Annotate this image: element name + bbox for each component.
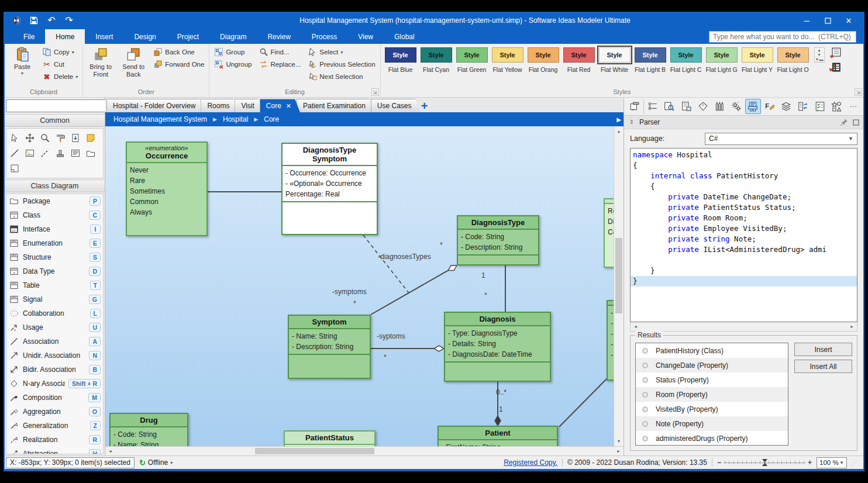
diagnosis-class[interactable]: Diagnosis- Type: DiagnosisType- Details:… bbox=[444, 312, 551, 382]
tool-select[interactable] bbox=[8, 131, 22, 145]
gallery-scroll-up[interactable]: ▲ bbox=[815, 48, 824, 53]
sidebar-item-unidir-association[interactable]: Unidir. AssociationN bbox=[6, 349, 103, 363]
previous-selection-button[interactable]: Previous Selection bbox=[305, 59, 377, 70]
patient-class[interactable]: Patient- FirstName: String bbox=[438, 426, 558, 446]
sidebar-item-composition[interactable]: CompositionM bbox=[6, 391, 103, 405]
panel-tool-crayons[interactable] bbox=[712, 99, 728, 114]
ungroup-button[interactable]: Ungroup bbox=[212, 59, 254, 70]
insert-all-button[interactable]: Insert All bbox=[794, 360, 852, 373]
tool-text[interactable] bbox=[68, 146, 82, 160]
code-horizontal-scrollbar[interactable]: ◄ ► bbox=[630, 322, 857, 332]
zoom-out-button[interactable]: − bbox=[717, 458, 721, 467]
scroll-down-arrow[interactable]: ▼ bbox=[614, 436, 624, 446]
clipped-class-right-bottom[interactable]: ----- bbox=[607, 300, 614, 381]
panel-tool-shapes[interactable] bbox=[829, 99, 845, 114]
diagram-tab-core[interactable]: Core✕ bbox=[260, 99, 300, 112]
forward-one-button[interactable]: Forward One bbox=[151, 59, 206, 70]
ribbon-tab-project[interactable]: Project bbox=[167, 29, 209, 44]
panel-tool-more[interactable]: ⋯ bbox=[846, 99, 862, 114]
tool-stamp[interactable] bbox=[53, 146, 67, 160]
scroll-left-arrow[interactable]: ◄ bbox=[105, 447, 115, 456]
panel-tool-find-element[interactable] bbox=[662, 99, 677, 114]
sidebar-item-data-type[interactable]: cData TypeD bbox=[6, 264, 103, 278]
sidebar-item-structure[interactable]: «e»StructureS bbox=[6, 250, 103, 264]
panel-tool-checklist[interactable] bbox=[812, 99, 828, 114]
drug-class[interactable]: Drug- Code: String- Name: String bbox=[109, 413, 188, 446]
tool-container[interactable] bbox=[84, 146, 98, 160]
ribbon-tab-file[interactable]: File bbox=[13, 29, 45, 44]
occurrence-enumeration[interactable]: «enumeration»OccurrenceNeverRareSometime… bbox=[126, 142, 208, 236]
panel-tool-float-panel[interactable] bbox=[626, 99, 644, 114]
ribbon-tab-review[interactable]: Review bbox=[257, 29, 301, 44]
diagram-canvas[interactable]: «enumeration»OccurrenceNeverRareSometime… bbox=[105, 126, 614, 446]
sidebar-item-bidir-association[interactable]: Bidir. AssociationB bbox=[6, 363, 103, 377]
parser-code-editor[interactable]: namespace Hospital{ internal class Patie… bbox=[630, 148, 857, 322]
canvas-vertical-scrollbar[interactable]: ▲ ▼ bbox=[614, 126, 624, 446]
style-flat-white[interactable]: StyleFlat White bbox=[598, 47, 631, 73]
result-row[interactable]: Room (Property) bbox=[636, 387, 788, 402]
scroll-up-arrow[interactable]: ▲ bbox=[614, 126, 624, 136]
close-tab-icon[interactable]: ✕ bbox=[286, 102, 291, 110]
tool-line[interactable] bbox=[8, 146, 22, 160]
tool-format-painter[interactable] bbox=[53, 131, 67, 145]
diagram-tab-use-cases[interactable]: Use Cases bbox=[371, 99, 421, 112]
result-row[interactable]: ChangeDate (Property) bbox=[636, 358, 788, 372]
close-button[interactable]: ✕ bbox=[839, 13, 859, 27]
ribbon-tab-insert[interactable]: Insert bbox=[85, 29, 123, 44]
panel-tool-format-pencil[interactable]: F bbox=[762, 99, 778, 114]
language-select[interactable]: C# ▼ bbox=[705, 133, 857, 145]
result-row[interactable]: PatientHistory (Class) bbox=[636, 343, 788, 358]
copy-button[interactable]: Copy▾ bbox=[40, 47, 80, 57]
ribbon-tab-view[interactable]: View bbox=[347, 29, 384, 44]
panel-maximize-icon[interactable] bbox=[852, 118, 860, 126]
symptom-class[interactable]: Symptom- Name: String- Description: Stri… bbox=[288, 315, 371, 379]
redo-icon[interactable]: ↷ bbox=[63, 15, 75, 26]
panel-tool-parser[interactable] bbox=[745, 99, 761, 114]
insert-button[interactable]: Insert bbox=[794, 343, 852, 356]
result-row[interactable]: Note (Property) bbox=[636, 416, 788, 431]
style-flat-light-b[interactable]: StyleFlat Light B bbox=[634, 47, 667, 73]
editing-dialog-launcher[interactable]: ⇲ bbox=[371, 88, 379, 96]
code-scroll-left[interactable]: ◄ bbox=[631, 322, 640, 331]
style-flat-blue[interactable]: StyleFlat Blue bbox=[384, 47, 417, 73]
sidebar-item-enumeration[interactable]: «e»EnumerationE bbox=[6, 236, 103, 250]
command-search-input[interactable] bbox=[709, 31, 856, 43]
paste-button[interactable]: Paste ▾ bbox=[7, 45, 37, 78]
pin-icon[interactable] bbox=[840, 118, 848, 126]
patientstatus-class[interactable]: PatientStatus bbox=[284, 430, 376, 446]
gallery-expand[interactable]: ▼▬ bbox=[815, 57, 824, 62]
ribbon-tab-process[interactable]: Process bbox=[301, 29, 347, 44]
breadcrumb-item[interactable]: Hospital bbox=[223, 115, 248, 123]
tool-zoom[interactable] bbox=[38, 131, 52, 145]
clipped-class-right-top[interactable]: ReDiCo bbox=[604, 198, 614, 268]
breadcrumb-overflow-button[interactable]: ▶ bbox=[616, 116, 621, 123]
vertical-scroll-thumb[interactable] bbox=[615, 238, 622, 313]
toolbox-section-class-diagram[interactable]: Class Diagram bbox=[5, 180, 105, 192]
offline-status[interactable]: ↻ Offline ▾ bbox=[139, 458, 173, 467]
style-flat-yellow[interactable]: StyleFlat Yellow bbox=[491, 47, 524, 73]
sidebar-item-interface[interactable]: InterfaceI bbox=[6, 222, 103, 236]
manage-styles-button[interactable] bbox=[829, 61, 841, 73]
result-row[interactable]: Status (Property) bbox=[636, 372, 788, 387]
style-flat-light-o[interactable]: StyleFlat Light O bbox=[777, 47, 810, 73]
sidebar-item-aggregation[interactable]: AggregationO bbox=[6, 405, 103, 419]
delete-button[interactable]: ✖ Delete▾ bbox=[40, 71, 80, 82]
sidebar-item-usage[interactable]: uUsageU bbox=[6, 320, 103, 334]
style-flat-light-c[interactable]: StyleFlat Light C bbox=[670, 47, 702, 73]
ribbon-tab-global[interactable]: Global bbox=[384, 29, 425, 44]
scroll-right-arrow[interactable]: ► bbox=[614, 447, 624, 456]
sidebar-item-collaboration[interactable]: CollaborationL bbox=[6, 306, 103, 320]
sidebar-item-abstraction[interactable]: AbstractionH bbox=[6, 447, 103, 454]
toolbox-search-input[interactable] bbox=[6, 99, 115, 112]
style-flat-cyan[interactable]: StyleFlat Cyan bbox=[420, 47, 453, 73]
send-to-back-button[interactable]: Send to Back bbox=[118, 45, 149, 80]
style-flat-orang[interactable]: StyleFlat Orang bbox=[527, 47, 560, 73]
panel-tool-fields-tree[interactable] bbox=[645, 99, 661, 114]
sidebar-item-association[interactable]: AssociationA bbox=[6, 334, 103, 349]
style-flat-red[interactable]: StyleFlat Red bbox=[563, 47, 595, 73]
sidebar-item-class[interactable]: cClassC bbox=[6, 208, 103, 222]
bring-to-front-button[interactable]: Bring to Front bbox=[85, 45, 116, 80]
diagram-tab-visit[interactable]: Visit bbox=[235, 99, 263, 112]
back-one-button[interactable]: Back One bbox=[151, 47, 206, 57]
tool-note[interactable] bbox=[84, 131, 98, 145]
